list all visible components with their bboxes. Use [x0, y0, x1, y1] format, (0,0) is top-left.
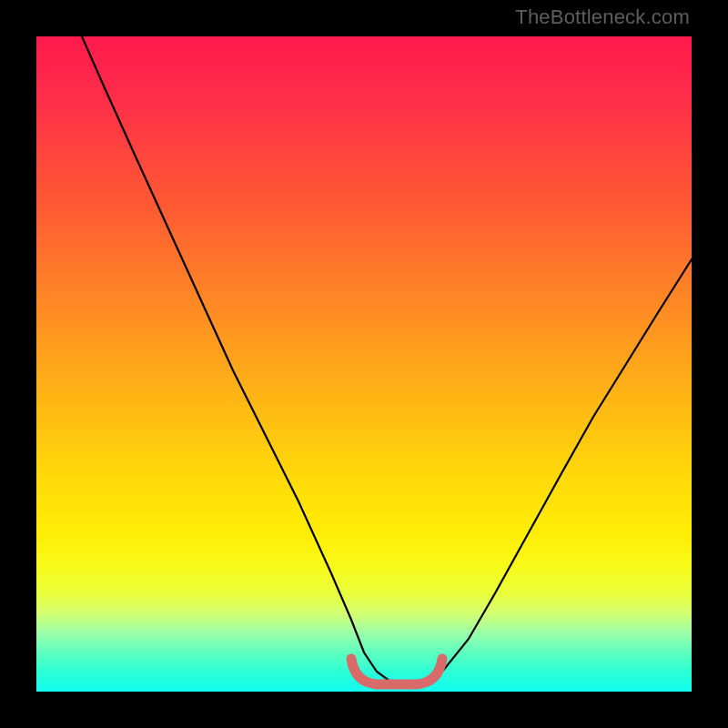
chart-frame: TheBottleneck.com [0, 0, 728, 728]
chart-svg [36, 36, 692, 692]
watermark-text: TheBottleneck.com [515, 5, 690, 29]
optimal-range-marker [351, 659, 442, 684]
bottleneck-curve-path [82, 36, 692, 683]
plot-area [36, 36, 692, 692]
